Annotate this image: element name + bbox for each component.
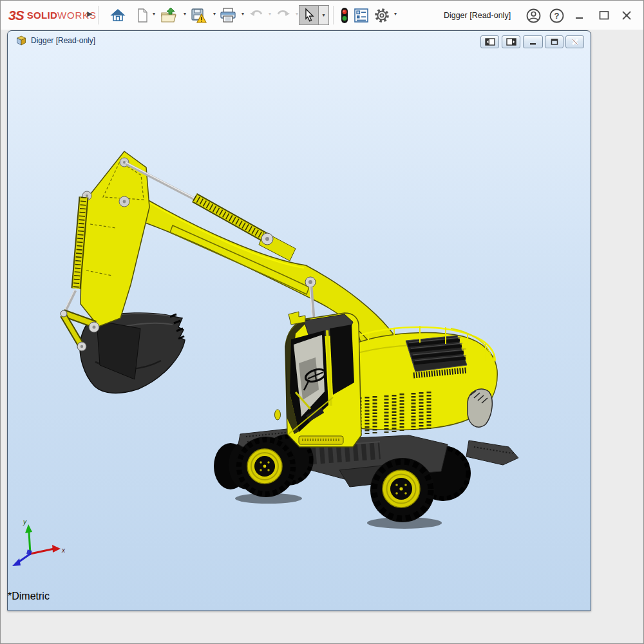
document-window: Digger [Read-only] <box>7 30 591 611</box>
new-document-icon <box>135 8 149 23</box>
document-title: Digger [Read-only] <box>31 36 95 45</box>
help-button[interactable]: ? <box>548 7 565 24</box>
collapse-right-pane-icon <box>506 38 516 46</box>
print-button[interactable] <box>219 6 237 24</box>
new-document-dropdown-caret[interactable]: ▾ <box>151 11 157 17</box>
evaluate-report-button[interactable] <box>352 6 370 24</box>
new-document-button[interactable] <box>133 6 151 24</box>
performance-evaluation-button[interactable] <box>336 6 354 24</box>
reference-triad-icon: x y <box>12 518 66 566</box>
app-close-button[interactable] <box>618 7 635 24</box>
help-icon: ? <box>549 8 565 24</box>
select-tool-dropdown[interactable]: ▾ <box>319 5 329 25</box>
save-dropdown-caret[interactable]: ▾ <box>211 11 218 17</box>
menu-expand-arrow-icon[interactable]: ▶ <box>87 10 92 18</box>
excavator-model: x y <box>8 31 583 588</box>
doc-collapse-left-pane-button[interactable] <box>480 35 499 48</box>
doc-close-icon <box>571 38 580 46</box>
graphics-viewport[interactable]: x y *Dimetric <box>8 31 591 602</box>
gear-icon <box>374 7 390 24</box>
doc-restore-button[interactable] <box>545 35 564 48</box>
maximize-icon <box>596 8 612 23</box>
options-dropdown-caret[interactable]: ▾ <box>392 11 399 17</box>
doc-restore-icon <box>550 38 559 46</box>
open-dropdown-caret[interactable]: ▾ <box>182 11 188 17</box>
account-button[interactable] <box>525 7 542 24</box>
home-button[interactable] <box>109 6 127 24</box>
undo-button[interactable] <box>247 6 265 24</box>
traffic-light-icon <box>339 7 350 24</box>
logo-solid-text: SOLID <box>27 10 57 21</box>
minimize-icon <box>572 8 587 23</box>
triad-x-label: x <box>61 547 66 554</box>
undo-dropdown-caret: ▾ <box>267 11 273 17</box>
main-toolbar: 3S SOLID WORKS ▶ ▾ <box>1 1 643 30</box>
triad-y-label: y <box>23 518 27 526</box>
solidworks-logo: 3S SOLID WORKS <box>8 1 97 30</box>
logo-3ds-mark: 3S <box>8 8 24 23</box>
close-icon <box>619 8 634 23</box>
part-document-icon <box>16 35 26 46</box>
doc-minimize-icon <box>529 38 538 46</box>
select-cursor-icon <box>302 8 316 23</box>
options-button[interactable] <box>373 6 391 24</box>
print-icon <box>219 7 237 24</box>
solidworks-app-window: 3S SOLID WORKS ▶ ▾ <box>0 0 644 644</box>
svg-text:?: ? <box>554 11 559 21</box>
select-tool-button[interactable] <box>299 5 319 25</box>
view-orientation-label: *Dimetric <box>8 591 591 602</box>
open-button[interactable] <box>160 6 178 24</box>
open-icon <box>160 7 178 24</box>
app-maximize-button[interactable] <box>596 7 612 24</box>
account-icon <box>526 8 542 24</box>
save-icon <box>190 7 207 24</box>
print-dropdown-caret[interactable]: ▾ <box>240 11 246 17</box>
doc-minimize-button[interactable] <box>523 35 543 48</box>
redo-icon <box>275 8 292 23</box>
toolbar-separator <box>98 6 99 24</box>
app-minimize-button[interactable] <box>571 7 588 24</box>
save-button[interactable] <box>189 6 207 24</box>
undo-icon <box>248 8 265 23</box>
doc-close-button[interactable] <box>565 35 584 48</box>
doc-collapse-right-pane-button[interactable] <box>502 35 520 48</box>
list-squares-icon <box>353 7 370 24</box>
home-icon <box>110 8 126 23</box>
redo-button[interactable] <box>274 6 292 24</box>
toolbar-separator <box>333 6 334 24</box>
collapse-left-pane-icon <box>485 38 495 46</box>
